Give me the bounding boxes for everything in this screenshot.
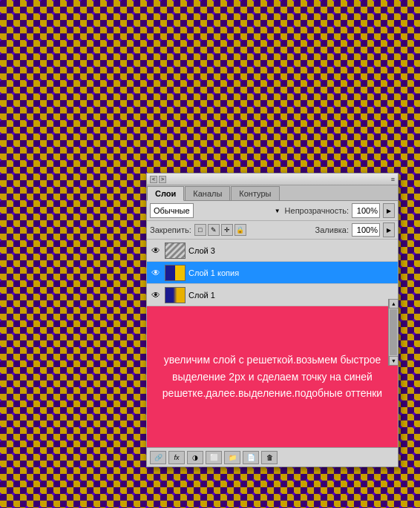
tab-contours[interactable]: Контуры — [231, 186, 279, 200]
layer-item[interactable]: 👁 Слой 3 — [147, 240, 398, 262]
lock-paint-btn[interactable]: ✎ — [208, 224, 220, 236]
lock-transparent-btn[interactable]: □ — [194, 224, 206, 236]
layer-visibility-toggle[interactable]: 👁 — [150, 245, 162, 257]
fill-arrow-btn[interactable]: ▶ — [383, 222, 395, 237]
layers-list: 👁 Слой 3 👁 Слой 1 копия 👁 Слой 1 — [147, 240, 398, 306]
layers-panel: < > ≡ Слои Каналы Контуры Обычные Непроз… — [146, 173, 398, 467]
scroll-up-arrow[interactable]: ▲ — [389, 299, 398, 309]
layer-name: Слой 1 — [188, 291, 395, 300]
new-layer-button[interactable]: 📄 — [243, 451, 259, 464]
mask-button[interactable]: ⬜ — [206, 451, 222, 464]
tab-bar: Слои Каналы Контуры — [147, 185, 398, 201]
blend-opacity-row: Обычные Непрозрачность: ▶ — [147, 201, 398, 221]
link-button[interactable]: 🔗 — [150, 451, 166, 464]
fill-label: Заливка: — [315, 225, 349, 234]
title-bar-forward-btn[interactable]: > — [159, 176, 166, 183]
fx-button[interactable]: fx — [168, 451, 185, 464]
opacity-input[interactable] — [352, 203, 380, 218]
opacity-label: Непрозрачность: — [285, 206, 349, 215]
layer-visibility-toggle[interactable]: 👁 — [150, 267, 162, 279]
lock-move-btn[interactable]: ✛ — [221, 224, 233, 236]
title-bar: < > ≡ — [147, 174, 398, 185]
group-button[interactable]: 📁 — [224, 451, 240, 464]
blend-mode-select[interactable]: Обычные — [150, 203, 194, 218]
scroll-down-arrow[interactable]: ▼ — [389, 356, 398, 366]
info-text: увеличим слой с решеткой.возьмем быстрое… — [162, 352, 383, 401]
layer-visibility-toggle[interactable]: 👁 — [150, 289, 162, 301]
layer-thumbnail — [165, 287, 186, 303]
lock-icons: □ ✎ ✛ 🔒 — [194, 224, 246, 236]
fill-input[interactable] — [352, 223, 380, 237]
layer-name: Слой 3 — [188, 246, 395, 255]
layer-thumbnail — [165, 243, 186, 259]
adjustment-button[interactable]: ◑ — [187, 451, 203, 464]
layers-list-container: 👁 Слой 3 👁 Слой 1 копия 👁 Слой 1 ▲ ▼ — [147, 240, 398, 306]
layer-item-selected[interactable]: 👁 Слой 1 копия — [147, 262, 398, 284]
title-bar-menu-icon[interactable]: ≡ — [391, 176, 395, 183]
lock-fill-row: Закрепить: □ ✎ ✛ 🔒 Заливка: ▶ — [147, 221, 398, 240]
tab-channels[interactable]: Каналы — [185, 186, 230, 200]
title-bar-back-btn[interactable]: < — [150, 176, 157, 183]
blend-mode-wrapper: Обычные — [150, 203, 282, 218]
opacity-arrow-btn[interactable]: ▶ — [383, 203, 395, 218]
scroll-thumb[interactable] — [390, 309, 397, 355]
layer-name: Слой 1 копия — [188, 268, 395, 277]
title-bar-controls: < > — [150, 176, 166, 183]
bottom-toolbar: 🔗 fx ◑ ⬜ 📁 📄 🗑 — [147, 447, 398, 466]
layer-item[interactable]: 👁 Слой 1 — [147, 284, 398, 306]
lock-all-btn[interactable]: 🔒 — [234, 224, 246, 236]
tab-layers[interactable]: Слои — [147, 186, 184, 201]
lock-label: Закрепить: — [150, 225, 191, 234]
info-box: увеличим слой с решеткой.возьмем быстрое… — [147, 306, 398, 447]
layer-thumbnail — [165, 265, 186, 281]
delete-button[interactable]: 🗑 — [261, 451, 278, 464]
layers-scrollbar[interactable]: ▲ ▼ — [388, 299, 398, 366]
